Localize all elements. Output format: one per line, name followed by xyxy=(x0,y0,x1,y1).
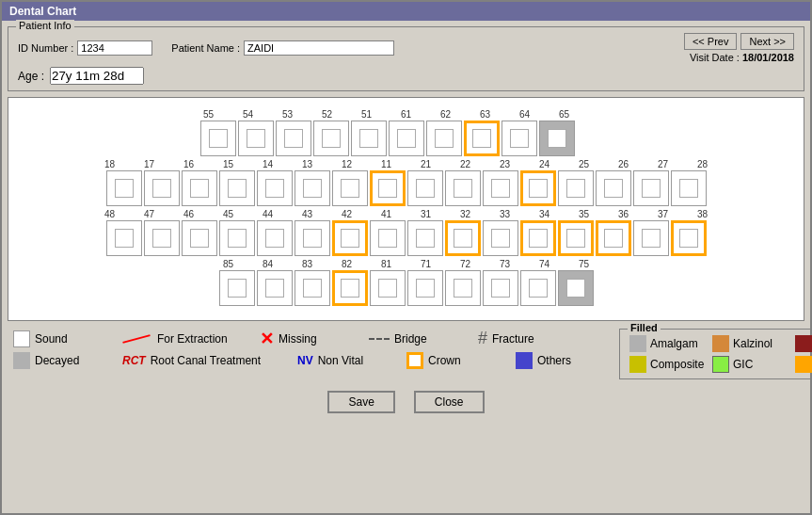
tooth-34[interactable] xyxy=(520,220,556,256)
tooth-18[interactable] xyxy=(106,170,142,206)
prev-button[interactable]: << Prev xyxy=(684,33,738,50)
legend-missing: ✕ Missing xyxy=(260,330,354,347)
tooth-25[interactable] xyxy=(558,170,594,206)
filled-kalzinol: Kalzinol xyxy=(712,335,788,352)
tooth-32[interactable] xyxy=(445,220,481,256)
tooth-35[interactable] xyxy=(558,220,594,256)
missing-label: Missing xyxy=(279,332,317,346)
filled-panel: Filled Amalgam Kalzinol FS xyxy=(619,329,812,379)
tooth-15[interactable] xyxy=(219,170,255,206)
tooth-23[interactable] xyxy=(483,170,518,206)
filled-fs: FS xyxy=(795,335,812,352)
age-input[interactable] xyxy=(50,67,144,85)
window-title: Dental Chart xyxy=(9,5,76,18)
tooth-28[interactable] xyxy=(671,170,707,206)
tooth-48[interactable] xyxy=(106,220,142,256)
save-button[interactable]: Save xyxy=(327,391,394,413)
tooth-54[interactable] xyxy=(238,121,274,156)
tooth-63[interactable] xyxy=(464,121,500,156)
tooth-21[interactable] xyxy=(407,170,443,206)
kalzinol-swatch xyxy=(712,335,729,352)
tooth-72[interactable] xyxy=(445,270,481,306)
extraction-label: For Extraction xyxy=(157,332,228,346)
legend-fracture: # Fracture xyxy=(478,329,572,348)
nv-label: Non Vital xyxy=(318,354,363,367)
bridge-icon xyxy=(369,338,390,340)
tooth-43[interactable] xyxy=(295,220,330,256)
nv-icon: NV xyxy=(297,354,313,367)
dental-chart-area: 55 54 53 52 51 61 62 63 64 65 xyxy=(8,97,804,321)
tooth-22[interactable] xyxy=(445,170,481,206)
name-label: Patient Name : xyxy=(171,42,240,54)
fracture-icon: # xyxy=(478,329,487,348)
filled-gic: GIC xyxy=(712,356,788,373)
sound-icon xyxy=(13,330,30,347)
tooth-65[interactable] xyxy=(539,121,575,156)
tooth-73[interactable] xyxy=(483,270,518,306)
tooth-27[interactable] xyxy=(633,170,669,206)
composite-swatch xyxy=(629,356,646,373)
tooth-75[interactable] xyxy=(558,270,594,306)
tooth-47[interactable] xyxy=(144,220,180,256)
crown-icon xyxy=(406,352,423,369)
id-input[interactable] xyxy=(77,40,152,56)
tooth-16[interactable] xyxy=(182,170,217,206)
amalgam-label: Amalgam xyxy=(650,337,698,350)
filled-amalgam: Amalgam xyxy=(629,335,705,352)
amalgam-swatch xyxy=(629,335,646,352)
tooth-82[interactable] xyxy=(332,270,368,306)
tooth-41[interactable] xyxy=(370,220,406,256)
close-button[interactable]: Close xyxy=(414,391,485,413)
decayed-icon xyxy=(13,352,30,369)
tooth-12[interactable] xyxy=(332,170,368,206)
tooth-17[interactable] xyxy=(144,170,180,206)
tooth-84[interactable] xyxy=(257,270,293,306)
fs-swatch xyxy=(795,335,812,352)
tooth-44[interactable] xyxy=(257,220,293,256)
tooth-52[interactable] xyxy=(313,121,349,156)
missing-icon: ✕ xyxy=(260,330,274,347)
tooth-45[interactable] xyxy=(219,220,255,256)
tooth-64[interactable] xyxy=(502,121,537,156)
composite-label: Composite xyxy=(650,358,704,371)
legend-others: Others xyxy=(516,352,610,369)
others-label: Others xyxy=(537,354,571,367)
tooth-14[interactable] xyxy=(257,170,293,206)
tooth-46[interactable] xyxy=(182,220,217,256)
tooth-83[interactable] xyxy=(295,270,330,306)
tooth-24[interactable] xyxy=(520,170,556,206)
tooth-51[interactable] xyxy=(351,121,387,156)
tooth-62[interactable] xyxy=(426,121,462,156)
tooth-38[interactable] xyxy=(671,220,707,256)
tooth-33[interactable] xyxy=(483,220,518,256)
tooth-53[interactable] xyxy=(276,121,311,156)
tooth-55[interactable] xyxy=(200,121,236,156)
legend-decayed: Decayed xyxy=(13,352,107,369)
crown-label: Crown xyxy=(428,354,461,367)
legend-extraction: For Extraction xyxy=(122,330,245,347)
tooth-42[interactable] xyxy=(332,220,368,256)
gic-swatch xyxy=(712,356,729,373)
tooth-85[interactable] xyxy=(219,270,255,306)
main-window: Dental Chart Patient Info ID Number : Pa… xyxy=(0,0,812,515)
tooth-81[interactable] xyxy=(370,270,406,306)
tooth-61[interactable] xyxy=(389,121,424,156)
tooth-71[interactable] xyxy=(407,270,443,306)
tooth-74[interactable] xyxy=(520,270,556,306)
filled-label: Filled xyxy=(628,322,661,333)
name-input[interactable] xyxy=(244,40,394,56)
tooth-31[interactable] xyxy=(407,220,443,256)
rct-label: Root Canal Treatment xyxy=(151,354,261,367)
tooth-37[interactable] xyxy=(633,220,669,256)
decayed-label: Decayed xyxy=(35,354,79,367)
legend-bridge: Bridge xyxy=(369,332,463,346)
tooth-13[interactable] xyxy=(295,170,330,206)
tooth-11[interactable] xyxy=(370,170,406,206)
gic-label: GIC xyxy=(733,358,753,371)
next-button[interactable]: Next >> xyxy=(740,33,794,50)
legend-crown: Crown xyxy=(406,352,501,369)
tooth-26[interactable] xyxy=(596,170,631,206)
others-icon xyxy=(516,352,533,369)
tooth-36[interactable] xyxy=(596,220,631,256)
sound-label: Sound xyxy=(35,332,68,346)
